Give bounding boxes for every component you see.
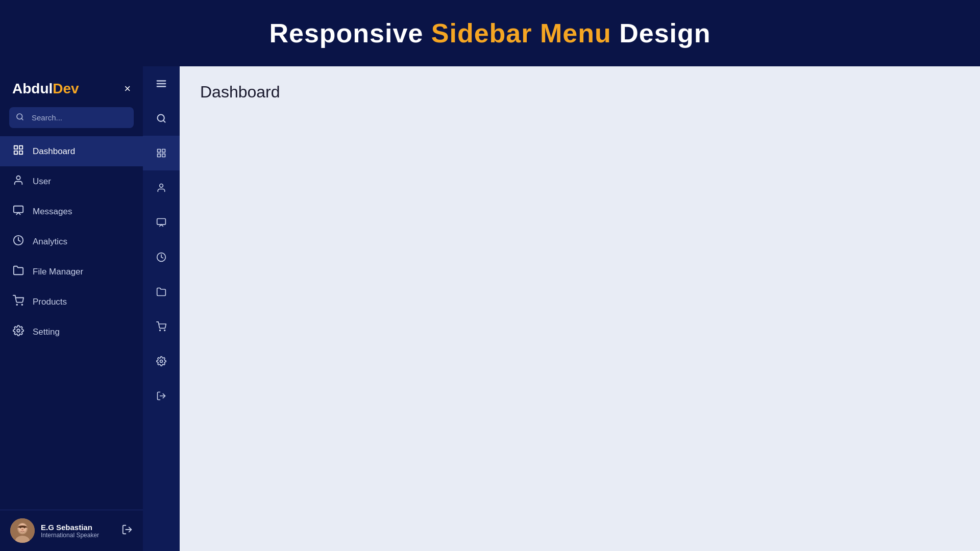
setting-icon (12, 325, 24, 339)
sidebar-item-analytics[interactable]: Analytics (0, 227, 143, 257)
header-title-part2: Design (611, 18, 711, 48)
search-input[interactable] (9, 107, 134, 128)
sidebar-header: AbdulDev × (0, 66, 143, 107)
header: Responsive Sidebar Menu Design (0, 0, 980, 66)
logo-part2: Dev (53, 81, 79, 96)
main-layout: AbdulDev × (0, 66, 980, 551)
sidebar-item-file-manager-label: File Manager (33, 267, 83, 277)
sidebar-item-setting[interactable]: Setting (0, 317, 143, 347)
user-icon (12, 174, 24, 188)
logout-button[interactable] (121, 524, 133, 538)
svg-point-10 (21, 304, 22, 305)
sidebar-item-dashboard[interactable]: Dashboard (0, 136, 143, 166)
svg-point-11 (17, 329, 20, 332)
svg-rect-3 (19, 146, 22, 149)
svg-point-33 (164, 330, 165, 331)
page-title: Dashboard (200, 83, 960, 102)
svg-point-32 (160, 330, 161, 331)
mini-sidebar-file-manager-button[interactable] (143, 274, 180, 309)
products-icon (12, 295, 24, 309)
svg-rect-2 (14, 146, 17, 149)
sidebar-item-analytics-label: Analytics (33, 237, 67, 247)
sidebar-item-setting-label: Setting (33, 327, 60, 337)
mini-sidebar-logout-button[interactable] (143, 379, 180, 413)
svg-rect-26 (162, 149, 165, 153)
mini-sidebar-analytics-button[interactable] (143, 240, 180, 274)
messages-icon (12, 205, 24, 218)
svg-rect-30 (157, 219, 166, 225)
sidebar-search-container (9, 107, 134, 128)
mini-sidebar-setting-button[interactable] (143, 344, 180, 379)
sidebar-item-products[interactable]: Products (0, 287, 143, 317)
svg-rect-28 (158, 154, 161, 157)
profile-role: International Speaker (41, 532, 115, 539)
svg-rect-27 (162, 154, 165, 157)
sidebar-item-user-label: User (33, 177, 51, 187)
header-title-part1: Responsive (269, 18, 431, 48)
dashboard-icon (12, 144, 24, 158)
mini-sidebar-products-button[interactable] (143, 309, 180, 344)
search-icon (16, 113, 24, 123)
sidebar-item-dashboard-label: Dashboard (33, 146, 75, 157)
logo-part1: Abdul (12, 81, 53, 96)
analytics-icon (12, 235, 24, 248)
content-area: Dashboard (143, 66, 980, 551)
sidebar: AbdulDev × (0, 66, 143, 551)
file-manager-icon (12, 265, 24, 279)
sidebar-item-products-label: Products (33, 297, 67, 307)
sidebar-profile: E.G Sebastian International Speaker (0, 510, 143, 551)
svg-rect-4 (19, 151, 22, 154)
mini-sidebar-search-button[interactable] (143, 101, 180, 136)
header-title-highlight: Sidebar Menu (431, 18, 611, 48)
header-title: Responsive Sidebar Menu Design (269, 18, 710, 48)
svg-line-1 (21, 118, 23, 120)
main-content: Dashboard (180, 66, 980, 551)
svg-rect-5 (14, 151, 17, 154)
sidebar-item-messages-label: Messages (33, 207, 72, 217)
sidebar-logo: AbdulDev (12, 81, 79, 97)
svg-point-18 (21, 529, 23, 531)
mini-sidebar-dashboard-button[interactable] (143, 136, 180, 170)
mini-sidebar (143, 66, 180, 551)
sidebar-nav: Dashboard User Message (0, 136, 143, 510)
svg-point-29 (160, 184, 163, 188)
svg-point-34 (160, 360, 163, 363)
sidebar-item-messages[interactable]: Messages (0, 196, 143, 227)
sidebar-item-user[interactable]: User (0, 166, 143, 196)
svg-point-9 (16, 304, 17, 305)
avatar (10, 518, 35, 543)
svg-point-6 (16, 176, 20, 180)
mini-sidebar-menu-button[interactable] (143, 66, 180, 101)
mini-sidebar-user-button[interactable] (143, 170, 180, 205)
sidebar-item-file-manager[interactable]: File Manager (0, 257, 143, 287)
mini-sidebar-messages-button[interactable] (143, 205, 180, 240)
svg-rect-7 (14, 206, 23, 213)
profile-name: E.G Sebastian (41, 523, 115, 532)
profile-info: E.G Sebastian International Speaker (41, 523, 115, 539)
svg-rect-25 (158, 149, 161, 153)
sidebar-close-button[interactable]: × (124, 83, 131, 94)
svg-point-15 (18, 523, 27, 533)
svg-line-24 (163, 120, 165, 122)
